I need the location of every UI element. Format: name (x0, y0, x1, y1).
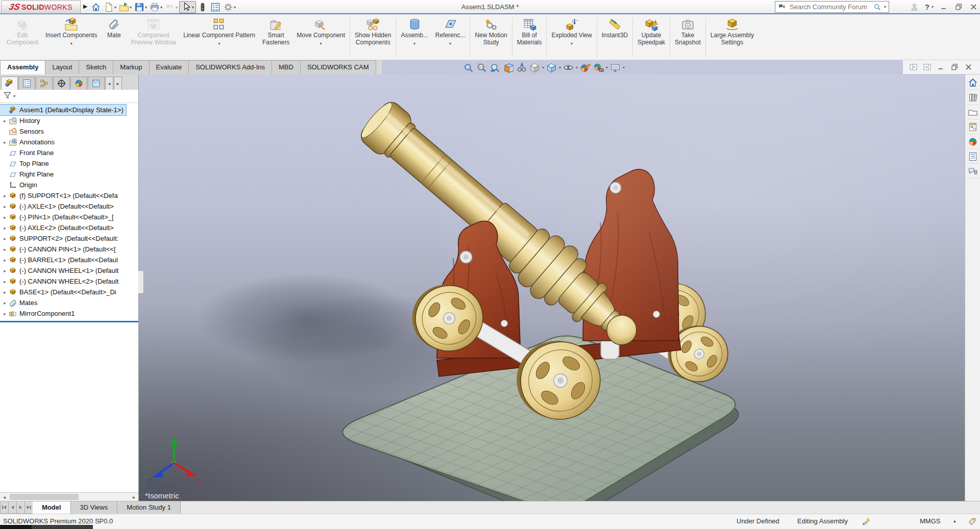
panel-tabs-scroll-right[interactable]: ▸ (114, 77, 122, 90)
tree-item[interactable]: ▸(-) BARREL<1> (Default<<Defaul (0, 255, 138, 265)
tree-item[interactable]: ▸(-) PIN<1> (Default<<Default>_[ (0, 212, 138, 222)
zoom-to-area-button[interactable] (475, 62, 488, 73)
search-input[interactable] (789, 3, 871, 11)
cannon-assembly-model[interactable] (139, 74, 965, 501)
undo-dropdown-caret[interactable]: ▾ (176, 5, 178, 10)
apply-scene-button[interactable] (592, 62, 605, 73)
previous-view-button[interactable] (488, 62, 501, 73)
document-restore-button[interactable] (950, 63, 959, 71)
tree-item[interactable]: ▸(-) CANNON WHEEL<2> (Default (0, 276, 138, 287)
tree-item[interactable]: ▸(-) CANNON WHEEL<1> (Default (0, 265, 138, 276)
annotation-views-button[interactable] (515, 62, 528, 73)
assembly-features-dropdown-caret[interactable]: ▾ (413, 40, 415, 47)
move-component-dropdown-caret[interactable]: ▾ (320, 40, 322, 47)
home-button[interactable] (90, 2, 102, 13)
tree-filter-bar[interactable]: ▾ (0, 90, 138, 103)
tab-sketch[interactable]: Sketch (79, 60, 113, 74)
units-label[interactable]: MMGS (920, 517, 940, 525)
scroll-left-arrow[interactable]: ◂ (0, 494, 9, 500)
search-icon[interactable] (873, 3, 881, 11)
assembly-features-button[interactable]: Assemb...▾ (397, 15, 431, 60)
panel-splitter-handle[interactable] (138, 270, 144, 294)
help-dropdown-caret[interactable]: ▾ (932, 5, 934, 9)
view-settings-dropdown-caret[interactable]: ▾ (623, 65, 625, 70)
tree-item[interactable]: ▸(-) AXLE<1> (Default<<Default> (0, 201, 138, 212)
new-document-dropdown-caret[interactable]: ▾ (114, 5, 116, 10)
document-tab-motion-study-1[interactable]: Motion Study 1 (117, 501, 181, 514)
expand-arrow-icon[interactable]: ▸ (1, 225, 9, 231)
tree-item[interactable]: Front Plane (0, 147, 138, 158)
take-snapshot-button[interactable]: TakeSnapshot (671, 15, 704, 60)
tree-item[interactable]: Origin (0, 180, 138, 190)
last-tab-button[interactable] (24, 501, 33, 514)
solidworks-logo[interactable]: 3S SOLIDWORKS (1, 1, 81, 14)
new-motion-study-button[interactable]: New MotionStudy (471, 15, 510, 60)
show-hidden-components-button[interactable]: Show HiddenComponents (351, 15, 395, 60)
reference-geometry-dropdown-caret[interactable]: ▾ (449, 40, 451, 47)
login-icon[interactable] (910, 3, 919, 11)
insert-components-dropdown-caret[interactable]: ▾ (70, 40, 72, 47)
expand-arrow-icon[interactable]: ▸ (1, 193, 9, 198)
task-pane-home-button[interactable] (966, 76, 979, 90)
smart-fasteners-button[interactable]: SmartFasteners (259, 15, 293, 60)
task-list-button[interactable] (209, 2, 222, 13)
expand-arrow-icon[interactable]: ▸ (1, 140, 9, 145)
view-orientation-dropdown-caret[interactable]: ▾ (559, 65, 561, 70)
task-pane-design-library-button[interactable] (966, 91, 979, 105)
search-box[interactable]: ▾ (775, 1, 889, 13)
mate-button[interactable]: Mate (101, 15, 127, 60)
tab-solidworks-cam[interactable]: SOLIDWORKS CAM (300, 60, 376, 74)
tree-item[interactable]: Right Plane (0, 169, 138, 180)
exploded-view-button[interactable]: Exploded View▾ (548, 15, 595, 60)
tree-item[interactable]: ▸(f) SUPPORT<1> (Default<<Defa (0, 190, 138, 201)
tree-item[interactable]: ▸SUPPORT<2> (Default<<Default: (0, 233, 138, 244)
select-button[interactable]: ▾ (179, 1, 196, 13)
task-pane-solidworks-forum-button[interactable] (966, 165, 979, 179)
tree-item[interactable]: ▸MirrorComponent1 (0, 308, 138, 319)
rollback-bar[interactable] (0, 321, 138, 322)
move-component-button[interactable]: Move Component▾ (293, 15, 349, 60)
large-assembly-settings-button[interactable]: Large AssemblySettings (707, 15, 757, 60)
scrollbar-thumb[interactable] (10, 494, 79, 500)
linear-component-pattern-button[interactable]: Linear Component Pattern▾ (180, 15, 259, 60)
panel-tab-hidden-tab[interactable] (88, 77, 105, 90)
tree-item[interactable]: Top Plane (0, 158, 138, 169)
collapse-left-pane-button[interactable] (909, 63, 918, 71)
graphics-viewport[interactable]: X Z *Isometric (139, 74, 965, 501)
panel-tab-property-manager[interactable] (18, 77, 35, 90)
panel-tab-display-manager[interactable] (70, 77, 87, 90)
scrollbar-track[interactable] (9, 493, 130, 501)
tab-solidworks-add-ins[interactable]: SOLIDWORKS Add-Ins (188, 60, 272, 74)
tab-layout[interactable]: Layout (45, 60, 79, 74)
section-view-button[interactable] (502, 62, 514, 73)
new-document-button[interactable]: ▾ (103, 2, 117, 13)
expand-arrow-icon[interactable]: ▸ (1, 258, 9, 263)
hide-show-items-dropdown-caret[interactable]: ▾ (576, 65, 578, 70)
expand-arrow-icon[interactable]: ▸ (1, 300, 9, 306)
apply-scene-dropdown-caret[interactable]: ▾ (606, 65, 608, 70)
document-tab-model[interactable]: Model (33, 501, 71, 514)
tab-assembly[interactable]: Assembly (0, 60, 45, 74)
zoom-to-fit-button[interactable] (462, 62, 475, 73)
options-dropdown-caret[interactable]: ▾ (234, 5, 236, 10)
open-dropdown-caret[interactable]: ▾ (130, 5, 132, 10)
tree-item[interactable]: ▸Annotations (0, 137, 138, 147)
panel-horizontal-scrollbar[interactable]: ◂ ▸ (0, 492, 138, 501)
collaboration-button[interactable] (197, 2, 209, 13)
undo-button[interactable]: ▾ (164, 2, 179, 13)
search-dropdown-caret[interactable]: ▾ (884, 5, 886, 9)
tree-item[interactable]: ▸History (0, 115, 138, 126)
save-dropdown-caret[interactable]: ▾ (145, 5, 147, 10)
bill-of-materials-button[interactable]: Bill ofMaterials (513, 15, 546, 60)
next-tab-button[interactable] (16, 501, 24, 514)
update-speedpak-button[interactable]: UpdateSpeedpak (634, 15, 669, 60)
expand-arrow-icon[interactable]: ▸ (1, 311, 9, 316)
tab-evaluate[interactable]: Evaluate (149, 60, 189, 74)
menu-flyout-arrow[interactable]: ▶ (83, 3, 87, 10)
display-style-dropdown-caret[interactable]: ▾ (542, 65, 544, 70)
units-dropdown-caret[interactable]: ▴ (953, 518, 956, 523)
tree-item[interactable]: Sensors (0, 126, 138, 137)
document-tab-3d-views[interactable]: 3D Views (71, 501, 118, 514)
panel-tab-configurations[interactable] (36, 77, 53, 90)
task-pane-view-palette-button[interactable] (966, 120, 979, 134)
